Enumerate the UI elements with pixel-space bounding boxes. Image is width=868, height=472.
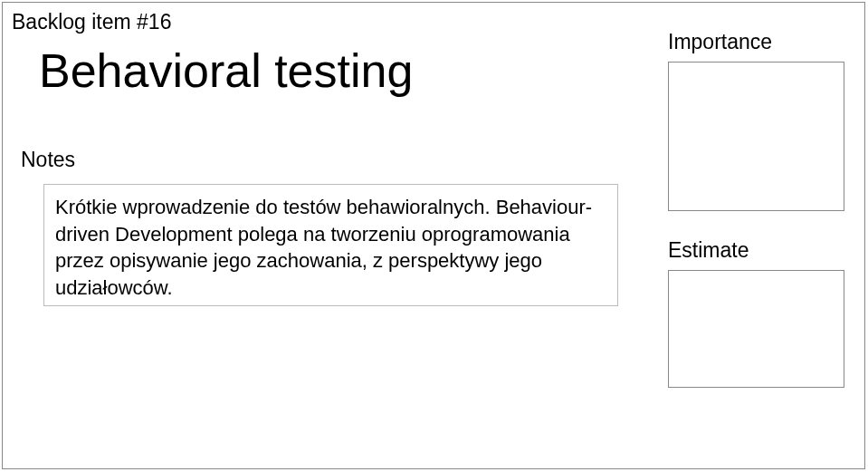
notes-text: Krótkie wprowadzenie do testów behawiora… bbox=[55, 196, 592, 299]
estimate-label: Estimate bbox=[668, 238, 749, 263]
notes-box[interactable]: Krótkie wprowadzenie do testów behawiora… bbox=[43, 184, 618, 306]
notes-label: Notes bbox=[21, 148, 75, 172]
backlog-item-id: Backlog item #16 bbox=[12, 10, 171, 34]
importance-box[interactable] bbox=[668, 62, 844, 211]
backlog-card: Backlog item #16 Behavioral testing Note… bbox=[2, 2, 865, 469]
card-title: Behavioral testing bbox=[39, 43, 413, 98]
importance-label: Importance bbox=[668, 30, 772, 54]
estimate-box[interactable] bbox=[668, 270, 844, 388]
